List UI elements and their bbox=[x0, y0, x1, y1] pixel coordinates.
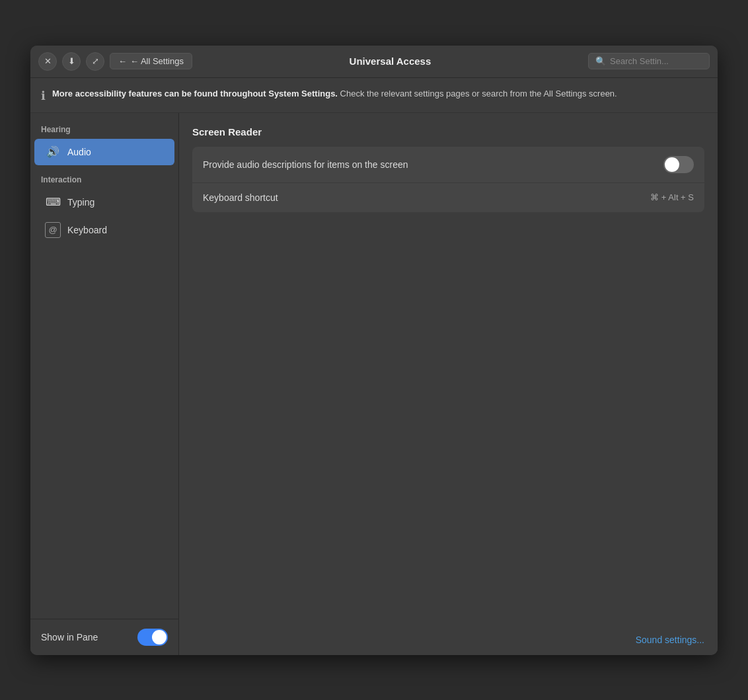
typing-icon: ⌨ bbox=[45, 194, 61, 210]
all-settings-button[interactable]: ← ← All Settings bbox=[110, 53, 192, 69]
sidebar-audio-label: Audio bbox=[67, 147, 91, 157]
sound-settings-link[interactable]: Sound settings... bbox=[636, 635, 704, 645]
minimize-button[interactable]: ⬇ bbox=[62, 52, 81, 71]
info-icon: ℹ bbox=[41, 89, 46, 103]
content-footer: Sound settings... bbox=[636, 634, 704, 646]
audio-descriptions-label: Provide audio descriptions for items on … bbox=[203, 159, 408, 170]
search-box[interactable]: 🔍 bbox=[588, 53, 710, 69]
close-button[interactable]: ✕ bbox=[38, 52, 57, 71]
settings-card: Provide audio descriptions for items on … bbox=[192, 147, 704, 212]
info-text: More accessibility features can be found… bbox=[52, 87, 617, 100]
info-text-bold: More accessibility features can be found… bbox=[52, 89, 338, 98]
info-banner: ℹ More accessibility features can be fou… bbox=[30, 78, 718, 113]
titlebar: ✕ ⬇ ⤢ ← ← All Settings Universal Access … bbox=[30, 46, 718, 78]
content-area: Screen Reader Provide audio descriptions… bbox=[179, 113, 718, 655]
search-icon: 🔍 bbox=[595, 56, 606, 66]
keyboard-shortcut-row: Keyboard shortcut ⌘ + Alt + S bbox=[192, 182, 704, 212]
keyboard-shortcut-value: ⌘ + Alt + S bbox=[650, 192, 694, 202]
sidebar-keyboard-label: Keyboard bbox=[67, 225, 107, 235]
show-in-pane-toggle[interactable] bbox=[137, 629, 168, 646]
section-heading: Screen Reader bbox=[192, 126, 704, 137]
show-in-pane-label: Show in Pane bbox=[41, 632, 98, 642]
sidebar-typing-label: Typing bbox=[67, 197, 94, 208]
toggle-sm-knob bbox=[665, 157, 679, 172]
sidebar: Hearing 🔊 Audio Interaction ⌨ Typing @ K… bbox=[30, 113, 179, 655]
sidebar-footer: Show in Pane bbox=[30, 619, 178, 655]
keyboard-icon: @ bbox=[45, 222, 61, 238]
sidebar-item-typing[interactable]: ⌨ Typing bbox=[34, 189, 174, 215]
window-title: Universal Access bbox=[198, 56, 583, 67]
sidebar-item-audio[interactable]: 🔊 Audio bbox=[34, 139, 174, 165]
interaction-section-label: Interaction bbox=[30, 173, 178, 188]
main-window: ✕ ⬇ ⤢ ← ← All Settings Universal Access … bbox=[30, 46, 718, 655]
audio-descriptions-toggle[interactable] bbox=[663, 156, 694, 173]
sidebar-item-keyboard[interactable]: @ Keyboard bbox=[34, 217, 174, 243]
hearing-section-label: Hearing bbox=[30, 122, 178, 138]
search-input[interactable] bbox=[610, 56, 702, 66]
info-text-normal: Check the relevant settings pages or sea… bbox=[340, 89, 617, 98]
main-layout: Hearing 🔊 Audio Interaction ⌨ Typing @ K… bbox=[30, 113, 718, 655]
all-settings-label: ← All Settings bbox=[118, 56, 184, 66]
audio-descriptions-row: Provide audio descriptions for items on … bbox=[192, 147, 704, 182]
audio-icon: 🔊 bbox=[45, 144, 61, 160]
toggle-knob bbox=[152, 630, 167, 644]
expand-button[interactable]: ⤢ bbox=[86, 52, 104, 71]
keyboard-shortcut-label: Keyboard shortcut bbox=[203, 192, 278, 203]
